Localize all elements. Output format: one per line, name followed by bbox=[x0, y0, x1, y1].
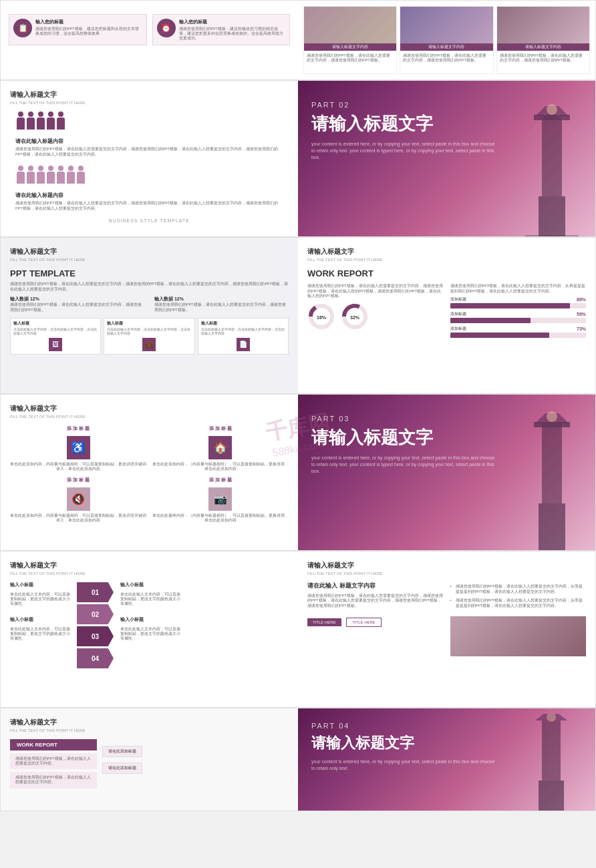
ig-add-4: 添 加 标 题 bbox=[209, 477, 232, 483]
ig-item-4: 添 加 标 题 📷 单击此处最终内容，（内容量与标题相符），可以直接复制粘贴，更… bbox=[152, 477, 289, 523]
cb-title-1: 请在此输入标题内容 bbox=[15, 138, 283, 145]
ig-item-2: 添 加 标 题 🏠 单击此处添加内容，（内容量与标题相符），可以直接复制粘贴，更… bbox=[152, 425, 289, 471]
wr-content: 感谢您使用我们的PPT模板，请在此输入您需要提交的文字内容，感谢您使用的PPT模… bbox=[307, 284, 586, 341]
mc-icon-3: 📄 bbox=[237, 338, 250, 351]
data-rows: 输入数据 12% 感谢您使用我们的PPT模板，请在此输入人想要提交的文字内容，感… bbox=[10, 296, 289, 312]
bar-header-1: 添加标题 88% bbox=[450, 297, 587, 302]
ig-item-1: 添 加 标 题 ♿ 单击此处添加内容，内容量与标题相符，可以直接复制粘贴，更改词… bbox=[10, 425, 147, 471]
person-4 bbox=[47, 112, 55, 130]
slide-subtitle-3r: FILL THE TEXT OF THIS POINT IT HERE bbox=[307, 258, 586, 262]
bar-fill-1 bbox=[450, 303, 570, 308]
person-5 bbox=[57, 112, 65, 130]
pointer-label-1: 请在此添加标题 bbox=[102, 746, 142, 757]
slide-row5-left: 请输入标题文字 FILL THE TEXT OF THIS POINT IT H… bbox=[0, 551, 298, 708]
pie-2-wrap: 32% bbox=[341, 302, 369, 331]
bar-track-2 bbox=[450, 318, 587, 323]
title-btn-2[interactable]: TITLE HERE bbox=[346, 618, 382, 627]
img-card-3: 请输入标题文字内容 感谢您使用我们的PPT模板，请在此输入您需要的文字内容，感谢… bbox=[496, 6, 590, 74]
row6l-left-col: WORK REPORT 感谢您使用我们的PPT模板，请在此输入人想要提交的文字内… bbox=[10, 739, 97, 789]
slide-row3-right: 请输入标题文字 FILL THE TEXT OF THIS POINT IT H… bbox=[298, 237, 596, 394]
body-1 bbox=[17, 118, 25, 130]
slide-subtitle-5l: FILL THE TEXT OF THIS POINT IT HERE bbox=[10, 572, 289, 576]
person-12 bbox=[77, 166, 85, 184]
rside-desc-2: 单击此处输入文本内容，可以直接复制粘贴，更改文字的颜色成大小等属性。 bbox=[120, 627, 180, 641]
mc-text-2: 点击此处输入文字内容，点击此处输入文字内容，点击此处输入文字内容 bbox=[107, 327, 191, 335]
arrow-04: 04 bbox=[77, 648, 114, 668]
part-label-4r: PART 03 bbox=[311, 415, 582, 423]
svg-text:32%: 32% bbox=[350, 315, 360, 320]
pie-1-wrap: 16% bbox=[307, 302, 335, 331]
head-12 bbox=[78, 166, 84, 171]
slide-row5-right: 请输入标题文字 FILL THE TEXT OF THIS POINT IT H… bbox=[298, 551, 596, 708]
bar-val-1: 88% bbox=[577, 297, 586, 302]
slide-subtitle-6l: FILL THE TEXT OF THIS POINT IT HERE bbox=[10, 728, 289, 732]
arrow-01: 01 bbox=[77, 582, 114, 602]
slide-row4-left: 请输入标题文字 FILL THE TEXT OF THIS POINT IT H… bbox=[0, 394, 298, 551]
icon-title-1: 输入您的标题 bbox=[35, 19, 142, 25]
person-3 bbox=[37, 112, 45, 130]
ig-desc-3: 单击此处添加内容，内容量与标题相符，可以直接复制粘贴，更改词语关键词录入，单击此… bbox=[10, 513, 147, 523]
row5r-right: 感谢您使用我们的PPT模板，请在此输入人想要提交的文字内容，从而提提提提到的PP… bbox=[450, 582, 587, 656]
data-block-2: 输入数据 12% 感谢您使用我们的PPT模板，请在此输入人想要提交的文字内容，感… bbox=[154, 296, 289, 312]
wr-left-text: 感谢您使用我们的PPT模板，请在此输入您需要提交的文字内容，感谢您使用的PPT模… bbox=[307, 284, 444, 299]
head-2 bbox=[28, 112, 33, 117]
slide-title-6l: 请输入标题文字 bbox=[10, 718, 289, 727]
slide-row6-left: 请输入标题文字 FILL THE TEXT OF THIS POINT IT H… bbox=[0, 708, 298, 811]
part-label-6r: PART 04 bbox=[311, 722, 582, 730]
wr-right-col: 感谢您使用我们的PPT模板，请在此输入人想要提交的文字内容，从再提提提提到我们的… bbox=[450, 284, 587, 341]
bar-label-2: 添加标题 bbox=[450, 312, 466, 316]
img-label-1: 请输入标题文字内容 bbox=[304, 43, 396, 51]
img-card-1: 请输入标题文字内容 感谢您使用我们的PPT模板，请在此输入您需要的文字内容，感谢… bbox=[303, 6, 397, 74]
body-11 bbox=[67, 172, 75, 184]
rside-title-1: 输入小标题 bbox=[120, 582, 180, 588]
svg-rect-1 bbox=[539, 196, 565, 236]
slide-subtitle-5r: FILL THE TEXT OF THIS POINT IT HERE bbox=[307, 572, 586, 576]
img-inner-3 bbox=[497, 7, 589, 43]
arrows-col: 01 02 03 04 bbox=[77, 582, 114, 668]
icon-desc-2: 感谢您使用我们的PPT模板，建议您修改您习惯的相关选项，建议您把更多的信息替换成… bbox=[179, 27, 286, 41]
person-2 bbox=[27, 112, 35, 130]
part-desc-4r: your content is entered here, or by copy… bbox=[311, 455, 498, 474]
bar-track-3 bbox=[450, 333, 587, 338]
cb-title-2: 请在此输入标题内容 bbox=[15, 192, 283, 199]
side-title-2: 输入小标题 bbox=[10, 617, 70, 623]
head-4 bbox=[48, 112, 53, 117]
pointer-labels-col: 请在此添加标题 请在此添加标题 bbox=[102, 739, 142, 789]
img-placeholder-1 bbox=[304, 7, 396, 43]
title-btn-1[interactable]: TITLE HERE bbox=[307, 618, 341, 626]
slide-row2-right: PART 02 请输入标题文字 your content is entered … bbox=[298, 80, 596, 237]
bar-fill-2 bbox=[450, 318, 531, 323]
head-9 bbox=[48, 166, 53, 171]
icon-box-1: 📋 输入您的标题 感谢您使用我们的PPT模板，建议您把标题和从容的文本替换成您的… bbox=[9, 14, 147, 45]
ig-add-1: 添 加 标 题 bbox=[67, 425, 90, 432]
person-1 bbox=[17, 112, 25, 130]
data-label-2: 输入数据 12% bbox=[154, 296, 289, 302]
slide-row3-left: 请输入标题文字 FILL THE TEXT OF THIS POINT IT H… bbox=[0, 237, 298, 394]
r5r-main-title: 请在此输入 标题文字内容 bbox=[307, 582, 444, 590]
img-desc-3: 感谢您使用我们的PPT模板，请在此输入您需要的文字内容，感谢您使用我们的PPT模… bbox=[497, 51, 589, 73]
slide-row4-right: PART 03 请输入标题文字 your content is entered … bbox=[298, 394, 596, 551]
part-title-6r: 请输入标题文字 bbox=[311, 733, 582, 753]
wr-right-text: 感谢您使用我们的PPT模板，请在此输入人想要提交的文字内容，从再提提提提到我们的… bbox=[450, 284, 587, 294]
slide-title-row6l: 请输入标题文字 FILL THE TEXT OF THIS POINT IT H… bbox=[10, 718, 289, 732]
title-img bbox=[450, 616, 587, 656]
slide-title-row3l: 请输入标题文字 FILL THE TEXT OF THIS POINT IT H… bbox=[10, 247, 289, 262]
row5r-content: 请在此输入 标题文字内容 感谢您使用我们的PPT模板，请在此输入您需要提交的文字… bbox=[307, 582, 586, 656]
data-block-1: 输入数据 12% 感谢您使用我们的PPT模板，请在此输入人想要提交的文字内容，感… bbox=[10, 296, 144, 312]
body-2 bbox=[27, 118, 35, 130]
arrow-03: 03 bbox=[77, 626, 114, 646]
part-desc-2r: your content is entered here, or by copy… bbox=[311, 141, 498, 160]
slide-row1-left: 📋 输入您的标题 感谢您使用我们的PPT模板，建议您把标题和从容的文本替换成您的… bbox=[0, 0, 298, 80]
icon-box-2: ⏰ 输入您的标题 感谢您使用我们的PPT模板，建议您修改您习惯的相关选项，建议您… bbox=[152, 14, 291, 45]
left-side-text: 输入小标题 单击此处输入文本内容，可以直接复制粘贴，更改文字的颜色成大小等属性。… bbox=[10, 582, 70, 668]
ig-desc-2: 单击此处添加内容，（内容量与标题相符），可以直接复制粘贴，更换排用，单击此处添加… bbox=[152, 462, 289, 471]
bar-label-3: 添加标题 bbox=[450, 327, 466, 331]
img-desc-2: 感谢您使用我们的PPT模板，请在此输入您需要的文字内容，感谢您使用我们的PPT模… bbox=[400, 51, 492, 73]
body-5 bbox=[57, 118, 65, 130]
mc-title-2: 输入标题 bbox=[107, 321, 191, 326]
cb-text-2: 感谢您使用我们的PPT模板，请在此输入人想要提交的文字内容，感谢您使用我们的PP… bbox=[15, 201, 283, 211]
slide-subtitle-4l: FILL THE TEXT OF THIS POINT IT HERE bbox=[10, 415, 289, 419]
person-9 bbox=[47, 166, 55, 184]
slide-title-row5r: 请输入标题文字 FILL THE TEXT OF THIS POINT IT H… bbox=[307, 561, 586, 576]
business-label: BUSINESS STYLE TEMPLATE bbox=[10, 218, 289, 223]
